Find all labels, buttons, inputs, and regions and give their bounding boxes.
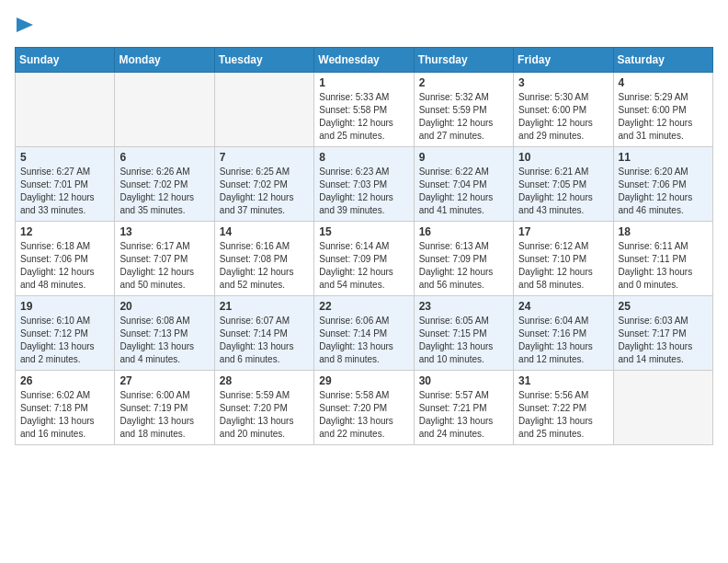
calendar-week-row: 12Sunrise: 6:18 AM Sunset: 7:06 PM Dayli… [16, 222, 713, 296]
day-info: Sunrise: 5:57 AM Sunset: 7:21 PM Dayligh… [419, 389, 508, 441]
day-number: 15 [319, 225, 408, 238]
calendar-cell: 26Sunrise: 6:02 AM Sunset: 7:18 PM Dayli… [16, 371, 115, 445]
calendar-week-row: 5Sunrise: 6:27 AM Sunset: 7:01 PM Daylig… [16, 147, 713, 222]
calendar-cell [16, 73, 115, 147]
day-info: Sunrise: 6:17 AM Sunset: 7:07 PM Dayligh… [119, 240, 209, 292]
day-number: 12 [20, 225, 109, 238]
day-number: 6 [119, 151, 209, 164]
day-number: 11 [619, 151, 708, 164]
weekday-header-monday: Monday [115, 48, 214, 73]
weekday-header-thursday: Thursday [414, 48, 513, 73]
calendar-cell: 5Sunrise: 6:27 AM Sunset: 7:01 PM Daylig… [16, 147, 115, 222]
calendar-week-row: 1Sunrise: 5:33 AM Sunset: 5:58 PM Daylig… [16, 73, 713, 147]
weekday-header-friday: Friday [514, 48, 613, 73]
weekday-header-tuesday: Tuesday [214, 48, 313, 73]
day-number: 9 [419, 151, 508, 164]
day-info: Sunrise: 6:27 AM Sunset: 7:01 PM Dayligh… [20, 166, 109, 217]
calendar-cell: 31Sunrise: 5:56 AM Sunset: 7:22 PM Dayli… [514, 371, 613, 445]
calendar-cell: 1Sunrise: 5:33 AM Sunset: 5:58 PM Daylig… [314, 73, 414, 147]
day-info: Sunrise: 6:08 AM Sunset: 7:13 PM Dayligh… [119, 315, 209, 366]
day-info: Sunrise: 6:23 AM Sunset: 7:03 PM Dayligh… [319, 166, 408, 217]
calendar-cell: 7Sunrise: 6:25 AM Sunset: 7:02 PM Daylig… [214, 147, 313, 222]
day-number: 14 [220, 225, 309, 238]
day-info: Sunrise: 6:26 AM Sunset: 7:02 PM Dayligh… [119, 166, 209, 217]
calendar-cell [214, 73, 313, 147]
day-number: 3 [518, 76, 608, 89]
calendar-cell: 9Sunrise: 6:22 AM Sunset: 7:04 PM Daylig… [414, 147, 513, 222]
day-number: 20 [119, 300, 209, 313]
calendar-cell: 18Sunrise: 6:11 AM Sunset: 7:11 PM Dayli… [613, 222, 712, 296]
day-number: 23 [419, 300, 508, 313]
calendar-cell: 2Sunrise: 5:32 AM Sunset: 5:59 PM Daylig… [414, 73, 513, 147]
day-info: Sunrise: 6:06 AM Sunset: 7:14 PM Dayligh… [319, 315, 408, 366]
day-number: 7 [220, 151, 309, 164]
calendar-cell: 23Sunrise: 6:05 AM Sunset: 7:15 PM Dayli… [414, 296, 513, 371]
day-info: Sunrise: 6:05 AM Sunset: 7:15 PM Dayligh… [419, 315, 508, 366]
day-info: Sunrise: 5:56 AM Sunset: 7:22 PM Dayligh… [518, 389, 608, 441]
day-info: Sunrise: 6:03 AM Sunset: 7:17 PM Dayligh… [619, 315, 708, 366]
day-info: Sunrise: 6:18 AM Sunset: 7:06 PM Dayligh… [20, 240, 109, 292]
weekday-header-saturday: Saturday [613, 48, 712, 73]
day-number: 16 [419, 225, 508, 238]
day-info: Sunrise: 5:29 AM Sunset: 6:00 PM Dayligh… [619, 91, 708, 143]
calendar-cell: 25Sunrise: 6:03 AM Sunset: 7:17 PM Dayli… [613, 296, 712, 371]
calendar-cell: 24Sunrise: 6:04 AM Sunset: 7:16 PM Dayli… [514, 296, 613, 371]
day-info: Sunrise: 6:14 AM Sunset: 7:09 PM Dayligh… [319, 240, 408, 292]
calendar-table: SundayMondayTuesdayWednesdayThursdayFrid… [15, 47, 713, 445]
day-info: Sunrise: 6:12 AM Sunset: 7:10 PM Dayligh… [518, 240, 608, 292]
day-info: Sunrise: 6:07 AM Sunset: 7:14 PM Dayligh… [220, 315, 309, 366]
weekday-header-row: SundayMondayTuesdayWednesdayThursdayFrid… [16, 48, 713, 73]
day-info: Sunrise: 6:00 AM Sunset: 7:19 PM Dayligh… [119, 389, 209, 441]
calendar-cell: 10Sunrise: 6:21 AM Sunset: 7:05 PM Dayli… [514, 147, 613, 222]
day-number: 29 [319, 374, 408, 387]
day-info: Sunrise: 6:13 AM Sunset: 7:09 PM Dayligh… [419, 240, 508, 292]
day-number: 25 [619, 300, 708, 313]
calendar-cell: 30Sunrise: 5:57 AM Sunset: 7:21 PM Dayli… [414, 371, 513, 445]
day-info: Sunrise: 6:16 AM Sunset: 7:08 PM Dayligh… [220, 240, 309, 292]
day-number: 13 [119, 225, 209, 238]
day-number: 30 [419, 374, 508, 387]
day-info: Sunrise: 5:30 AM Sunset: 6:00 PM Dayligh… [518, 91, 608, 143]
day-number: 8 [319, 151, 408, 164]
day-number: 31 [518, 374, 608, 387]
day-info: Sunrise: 6:04 AM Sunset: 7:16 PM Dayligh… [518, 315, 608, 366]
day-info: Sunrise: 5:59 AM Sunset: 7:20 PM Dayligh… [220, 389, 309, 441]
weekday-header-wednesday: Wednesday [314, 48, 414, 73]
day-info: Sunrise: 6:20 AM Sunset: 7:06 PM Dayligh… [619, 166, 708, 217]
calendar-cell: 6Sunrise: 6:26 AM Sunset: 7:02 PM Daylig… [115, 147, 214, 222]
day-info: Sunrise: 5:58 AM Sunset: 7:20 PM Dayligh… [319, 389, 408, 441]
day-number: 21 [220, 300, 309, 313]
calendar-cell [613, 371, 712, 445]
day-info: Sunrise: 5:32 AM Sunset: 5:59 PM Dayligh… [419, 91, 508, 143]
day-info: Sunrise: 6:22 AM Sunset: 7:04 PM Dayligh… [419, 166, 508, 217]
day-number: 17 [518, 225, 608, 238]
day-info: Sunrise: 6:02 AM Sunset: 7:18 PM Dayligh… [20, 389, 109, 441]
day-number: 10 [518, 151, 608, 164]
day-info: Sunrise: 6:21 AM Sunset: 7:05 PM Dayligh… [518, 166, 608, 217]
calendar-cell [115, 73, 214, 147]
calendar-cell: 15Sunrise: 6:14 AM Sunset: 7:09 PM Dayli… [314, 222, 414, 296]
day-number: 18 [619, 225, 708, 238]
day-number: 4 [619, 76, 708, 89]
day-number: 27 [119, 374, 209, 387]
calendar-week-row: 19Sunrise: 6:10 AM Sunset: 7:12 PM Dayli… [16, 296, 713, 371]
day-number: 5 [20, 151, 109, 164]
calendar-cell: 12Sunrise: 6:18 AM Sunset: 7:06 PM Dayli… [16, 222, 115, 296]
weekday-header-sunday: Sunday [16, 48, 115, 73]
calendar-cell: 14Sunrise: 6:16 AM Sunset: 7:08 PM Dayli… [214, 222, 313, 296]
day-number: 26 [20, 374, 109, 387]
day-info: Sunrise: 5:33 AM Sunset: 5:58 PM Dayligh… [319, 91, 408, 143]
calendar-cell: 29Sunrise: 5:58 AM Sunset: 7:20 PM Dayli… [314, 371, 414, 445]
calendar-cell: 28Sunrise: 5:59 AM Sunset: 7:20 PM Dayli… [214, 371, 313, 445]
day-number: 19 [20, 300, 109, 313]
calendar-cell: 16Sunrise: 6:13 AM Sunset: 7:09 PM Dayli… [414, 222, 513, 296]
svg-marker-0 [17, 17, 33, 32]
day-info: Sunrise: 6:25 AM Sunset: 7:02 PM Dayligh… [220, 166, 309, 217]
logo-arrow-icon [17, 17, 33, 36]
day-info: Sunrise: 6:11 AM Sunset: 7:11 PM Dayligh… [619, 240, 708, 292]
calendar-cell: 22Sunrise: 6:06 AM Sunset: 7:14 PM Dayli… [314, 296, 414, 371]
day-info: Sunrise: 6:10 AM Sunset: 7:12 PM Dayligh… [20, 315, 109, 366]
day-number: 2 [419, 76, 508, 89]
calendar-cell: 17Sunrise: 6:12 AM Sunset: 7:10 PM Dayli… [514, 222, 613, 296]
calendar-cell: 11Sunrise: 6:20 AM Sunset: 7:06 PM Dayli… [613, 147, 712, 222]
